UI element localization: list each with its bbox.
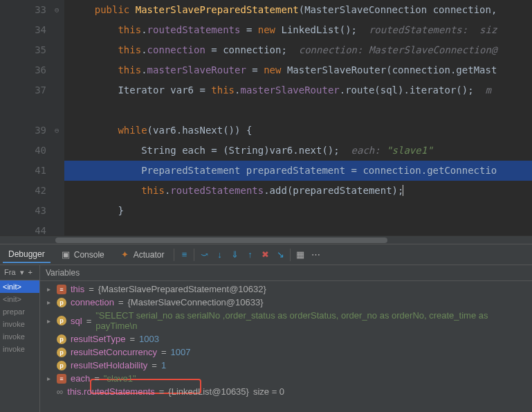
debug-toolbar: Debugger ▣ Console ✦ Actuator ≡ ⤻ ↓ ⇓ ↑ … <box>0 244 532 265</box>
variable-row[interactable]: presultSetConcurrency = 1007 <box>40 346 532 359</box>
tab-console[interactable]: ▣ Console <box>55 247 110 263</box>
variables-column: Variables ▸≡this = {MasterSlavePreparedS… <box>40 265 532 412</box>
more-icon[interactable]: ⋯ <box>310 249 321 260</box>
variables-list[interactable]: ▸≡this = {MasterSlavePreparedStatement@1… <box>40 281 532 412</box>
frames-dropdown-icon[interactable]: ▾ <box>20 268 24 277</box>
tab-debugger[interactable]: Debugger <box>3 247 51 263</box>
frames-label: Fra <box>4 268 16 277</box>
stack-frame[interactable]: invoke <box>0 330 39 343</box>
variables-label: Variables <box>46 268 80 278</box>
variable-row[interactable]: presultSetHoldability = 1 <box>40 359 532 372</box>
line-gutter: 33@34353637394041◉424344 <box>0 0 52 235</box>
drop-frame-icon[interactable]: ✖ <box>259 249 270 260</box>
stack-frame[interactable]: prepar <box>0 305 39 318</box>
force-step-into-icon[interactable]: ⇓ <box>229 249 240 260</box>
tab-actuator[interactable]: ✦ Actuator <box>114 247 170 263</box>
variable-row[interactable]: presultSetType = 1003 <box>40 332 532 346</box>
console-icon: ▣ <box>60 249 71 260</box>
horizontal-scrollbar[interactable] <box>0 235 532 244</box>
fold-column: ⊖ ⊖ <box>52 0 64 235</box>
debug-panel: Debugger ▣ Console ✦ Actuator ≡ ⤻ ↓ ⇓ ↑ … <box>0 244 532 412</box>
stack-frame[interactable]: invoke <box>0 318 39 330</box>
variable-row[interactable]: ▸pconnection = {MasterSlaveConnection@10… <box>40 296 532 309</box>
variable-row[interactable]: ▸psql = "SELECT serial_no as serialNo ,o… <box>40 309 532 332</box>
step-out-icon[interactable]: ↑ <box>244 249 255 260</box>
actuator-icon: ✦ <box>120 249 131 260</box>
code-editor[interactable]: 33@34353637394041◉424344 ⊖ ⊖ public Mast… <box>0 0 532 235</box>
add-frame-icon[interactable]: + <box>28 268 33 277</box>
evaluate-icon[interactable]: ▦ <box>295 249 306 260</box>
tab-actuator-label: Actuator <box>134 250 165 260</box>
step-into-icon[interactable]: ↓ <box>214 249 225 260</box>
call-stack[interactable]: <init><init>preparinvokeinvokeinvoke <box>0 280 39 412</box>
scrollbar-thumb[interactable] <box>55 238 387 243</box>
variable-row[interactable]: ▸≡each = "slave1" <box>40 372 532 385</box>
stack-frame[interactable]: invoke <box>0 343 39 355</box>
show-execution-icon[interactable]: ≡ <box>178 249 190 260</box>
run-to-cursor-icon[interactable]: ↘ <box>275 249 286 260</box>
tab-console-label: Console <box>74 250 104 260</box>
stack-frame[interactable]: <init> <box>0 293 39 305</box>
frames-column: Fra ▾ + <init><init>preparinvokeinvokein… <box>0 265 40 412</box>
variable-row[interactable]: ▸≡this = {MasterSlavePreparedStatement@1… <box>40 283 532 296</box>
stack-frame[interactable]: <init> <box>0 280 39 293</box>
variable-row[interactable]: ∞this.routedStatements = {LinkedList@106… <box>40 385 532 398</box>
step-over-icon[interactable]: ⤻ <box>199 249 210 260</box>
code-area[interactable]: public MasterSlavePreparedStatement(Mast… <box>64 0 532 235</box>
